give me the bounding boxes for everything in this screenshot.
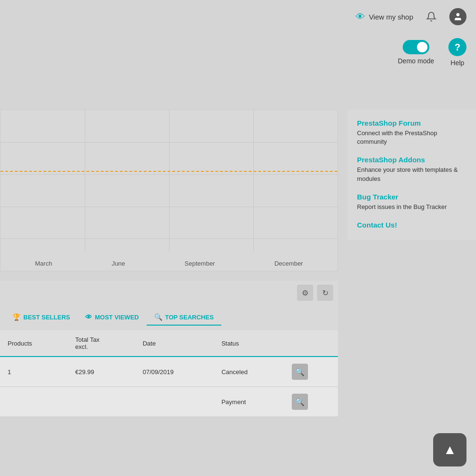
month-march: March <box>35 260 52 267</box>
row-search-button-1[interactable]: 🔍 <box>292 364 308 380</box>
demo-mode-label: Demo mode <box>398 57 434 65</box>
top-bar: 👁 View my shop <box>0 0 476 33</box>
cell-status-2: Payment <box>214 387 284 417</box>
tab-best-sellers-label: BEST SELLERS <box>23 314 70 321</box>
tab-best-sellers[interactable]: 🏆 BEST SELLERS <box>5 309 78 326</box>
month-labels: March June September December <box>0 260 337 267</box>
cell-products-2 <box>0 387 68 417</box>
month-december: December <box>274 260 303 267</box>
user-avatar[interactable] <box>449 8 466 25</box>
table-row: 1 €29.99 07/09/2019 Canceled 🔍 <box>0 357 338 387</box>
scroll-top-button[interactable]: ▲ <box>433 433 466 466</box>
search-icon-2: 🔍 <box>295 397 305 407</box>
search-icon-1: 🔍 <box>295 367 305 377</box>
v-grid-line-3 <box>253 110 254 252</box>
bug-tracker-desc: Report issues in the Bug Tracker <box>357 203 466 211</box>
cell-total-2 <box>68 387 135 417</box>
help-label: Help <box>451 59 465 67</box>
forum-link[interactable]: PrestaShop Forum <box>357 119 466 127</box>
demo-help-bar: Demo mode ? Help <box>388 33 476 71</box>
cell-action-2: 🔍 <box>284 387 338 417</box>
gear-icon: ⚙ <box>302 288 308 298</box>
cell-total-1: €29.99 <box>68 357 135 387</box>
cell-action-1: 🔍 <box>284 357 338 387</box>
tab-most-viewed-label: MOST VIEWED <box>95 314 139 321</box>
col-total: Total Taxexcl. <box>68 330 135 357</box>
bug-tracker-link[interactable]: Bug Tracker <box>357 193 466 201</box>
addons-link[interactable]: PrestaShop Addons <box>357 156 466 164</box>
gear-button[interactable]: ⚙ <box>297 285 313 301</box>
chart-area: March June September December <box>0 109 338 271</box>
help-button[interactable]: ? <box>448 38 466 56</box>
chart-data-line <box>0 171 337 172</box>
col-status: Status <box>214 330 284 357</box>
col-products: Products <box>0 330 68 357</box>
refresh-icon: ↻ <box>322 288 328 298</box>
forum-desc: Connect with the PrestaShop community <box>357 129 466 146</box>
tab-top-searches-label: TOP SEARCHES <box>165 314 214 321</box>
v-grid-line-2 <box>169 110 169 252</box>
orders-table: Products Total Taxexcl. Date Status 1 €2… <box>0 330 338 417</box>
table-toolbar: ⚙ ↻ <box>0 281 338 305</box>
col-date: Date <box>135 330 214 357</box>
trophy-icon: 🏆 <box>12 313 20 321</box>
bell-button[interactable] <box>423 8 440 25</box>
tab-most-viewed[interactable]: 👁 MOST VIEWED <box>78 309 146 326</box>
help-control[interactable]: ? Help <box>448 38 466 67</box>
contact-link[interactable]: Contact Us! <box>357 221 466 229</box>
cell-date-2 <box>135 387 214 417</box>
refresh-button[interactable]: ↻ <box>317 285 333 301</box>
view-my-shop-label: View my shop <box>369 13 413 21</box>
month-september: September <box>185 260 215 267</box>
product-tabs: 🏆 BEST SELLERS 👁 MOST VIEWED 🔍 TOP SEARC… <box>0 305 338 326</box>
tab-top-searches[interactable]: 🔍 TOP SEARCHES <box>147 309 221 326</box>
row-search-button-2[interactable]: 🔍 <box>292 394 308 410</box>
search-tab-icon: 🔍 <box>154 313 162 321</box>
demo-mode-control[interactable]: Demo mode <box>398 40 434 65</box>
demo-mode-toggle[interactable] <box>403 40 429 54</box>
right-sidebar: PrestaShop Forum Connect with the Presta… <box>347 109 476 240</box>
table-header-row: Products Total Taxexcl. Date Status <box>0 330 338 357</box>
month-june: June <box>112 260 125 267</box>
eye-tab-icon: 👁 <box>85 313 92 321</box>
eye-icon: 👁 <box>356 11 365 22</box>
chevron-up-icon: ▲ <box>443 442 456 457</box>
addons-desc: Enhance your store with templates & modu… <box>357 166 466 183</box>
cell-status-1: Canceled <box>214 357 284 387</box>
cell-products-1: 1 <box>0 357 68 387</box>
v-grid-line-1 <box>85 110 85 252</box>
cell-date-1: 07/09/2019 <box>135 357 214 387</box>
col-action <box>284 330 338 357</box>
svg-point-0 <box>456 13 460 17</box>
bottom-section: ⚙ ↻ 🏆 BEST SELLERS 👁 MOST VIEWED 🔍 TOP S… <box>0 281 338 417</box>
view-my-shop[interactable]: 👁 View my shop <box>356 11 413 22</box>
table-row: Payment 🔍 <box>0 387 338 417</box>
chart-grid: March June September December <box>0 110 337 271</box>
